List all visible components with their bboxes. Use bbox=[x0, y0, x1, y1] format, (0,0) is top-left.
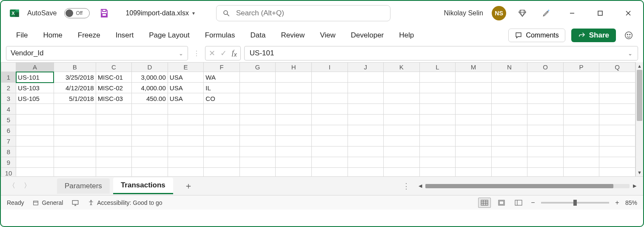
cell[interactable] bbox=[96, 136, 132, 147]
cell[interactable] bbox=[276, 115, 312, 125]
cell[interactable]: 3,000.00 bbox=[132, 72, 168, 83]
comments-button[interactable]: Comments bbox=[508, 29, 565, 42]
row-header[interactable]: 3 bbox=[1, 93, 16, 104]
cell[interactable] bbox=[16, 168, 54, 177]
cell[interactable] bbox=[96, 104, 132, 115]
cell[interactable] bbox=[54, 168, 96, 177]
zoom-out-button[interactable]: − bbox=[529, 199, 537, 207]
cell[interactable] bbox=[16, 125, 54, 136]
cell[interactable] bbox=[204, 125, 240, 136]
cell[interactable] bbox=[384, 168, 420, 177]
cell[interactable] bbox=[204, 115, 240, 125]
fx-icon[interactable]: fx bbox=[232, 49, 237, 58]
cell[interactable] bbox=[311, 83, 348, 93]
cell[interactable] bbox=[348, 104, 384, 115]
cell[interactable] bbox=[239, 104, 276, 115]
cell[interactable] bbox=[54, 147, 96, 157]
cell[interactable] bbox=[276, 125, 312, 136]
cell[interactable] bbox=[456, 93, 492, 104]
cell[interactable] bbox=[276, 168, 312, 177]
col-header[interactable]: E bbox=[168, 63, 204, 72]
cell[interactable] bbox=[384, 93, 420, 104]
cell[interactable] bbox=[311, 168, 348, 177]
cell[interactable]: USA bbox=[168, 83, 204, 93]
tab-developer[interactable]: Developer bbox=[343, 28, 392, 43]
cell[interactable] bbox=[239, 147, 276, 157]
display-settings-icon[interactable] bbox=[71, 199, 79, 207]
cell[interactable] bbox=[384, 104, 420, 115]
cell[interactable] bbox=[563, 72, 599, 83]
scroll-left-icon[interactable]: ◀ bbox=[417, 183, 424, 189]
pen-sparkle-icon[interactable] bbox=[539, 6, 554, 21]
cell[interactable] bbox=[348, 72, 384, 83]
sheet-options-icon[interactable]: ⋮ bbox=[400, 181, 413, 191]
cell[interactable] bbox=[563, 157, 599, 168]
cell[interactable] bbox=[599, 104, 635, 115]
cell[interactable] bbox=[276, 104, 312, 115]
cell[interactable] bbox=[419, 168, 456, 177]
cell[interactable] bbox=[491, 125, 527, 136]
cell[interactable] bbox=[456, 115, 492, 125]
scroll-right-icon[interactable]: ▶ bbox=[631, 183, 638, 189]
close-button[interactable] bbox=[618, 6, 638, 21]
cell[interactable] bbox=[132, 104, 168, 115]
cell[interactable] bbox=[204, 168, 240, 177]
cell[interactable] bbox=[599, 125, 635, 136]
row-header[interactable]: 10 bbox=[1, 168, 16, 177]
col-header[interactable]: D bbox=[132, 63, 168, 72]
tab-freeze[interactable]: Freeze bbox=[70, 28, 108, 43]
expand-formula-bar-icon[interactable]: ⌄ bbox=[628, 50, 633, 57]
cell[interactable]: USA bbox=[168, 93, 204, 104]
user-name[interactable]: Nikolay Selin bbox=[444, 9, 483, 17]
scroll-up-icon[interactable]: ▲ bbox=[636, 62, 643, 70]
cell[interactable] bbox=[96, 147, 132, 157]
cell[interactable] bbox=[563, 168, 599, 177]
cell[interactable] bbox=[456, 72, 492, 83]
row-header[interactable]: 7 bbox=[1, 136, 16, 147]
col-header[interactable]: M bbox=[456, 63, 492, 72]
vertical-scrollbar[interactable]: ▲ ▼ bbox=[635, 62, 643, 176]
scrollbar-thumb[interactable] bbox=[425, 184, 613, 188]
tab-home[interactable]: Home bbox=[35, 28, 70, 43]
search-box[interactable]: Search (Alt+Q) bbox=[216, 5, 390, 21]
cell[interactable] bbox=[527, 83, 564, 93]
tab-file[interactable]: File bbox=[9, 28, 35, 43]
grid-main[interactable]: A B C D E F G H I J K L M N O P Q bbox=[1, 62, 635, 176]
cell[interactable] bbox=[239, 168, 276, 177]
cell[interactable] bbox=[168, 104, 204, 115]
cell[interactable] bbox=[419, 115, 456, 125]
cell[interactable] bbox=[599, 168, 635, 177]
cell[interactable] bbox=[527, 147, 564, 157]
sheet-tab-transactions[interactable]: Transactions bbox=[113, 178, 173, 194]
cell[interactable]: MISC-02 bbox=[96, 83, 132, 93]
cell[interactable] bbox=[456, 136, 492, 147]
cell[interactable] bbox=[563, 83, 599, 93]
cell[interactable] bbox=[239, 93, 276, 104]
cell[interactable] bbox=[239, 83, 276, 93]
cell[interactable] bbox=[527, 125, 564, 136]
cell[interactable] bbox=[348, 147, 384, 157]
cell[interactable] bbox=[419, 104, 456, 115]
cell[interactable] bbox=[311, 147, 348, 157]
cell[interactable] bbox=[276, 83, 312, 93]
cell[interactable] bbox=[527, 157, 564, 168]
scrollbar-track[interactable] bbox=[425, 184, 630, 188]
sheet-nav-prev-icon[interactable]: 〈 bbox=[6, 180, 18, 192]
col-header[interactable]: N bbox=[491, 63, 527, 72]
cell[interactable] bbox=[96, 125, 132, 136]
formula-input[interactable]: US-101 ⌄ bbox=[244, 46, 638, 60]
cell[interactable] bbox=[96, 115, 132, 125]
cell[interactable]: US-105 bbox=[16, 93, 54, 104]
cell[interactable]: 4/12/2018 bbox=[54, 83, 96, 93]
cell[interactable] bbox=[16, 115, 54, 125]
cell[interactable]: IL bbox=[204, 83, 240, 93]
cell[interactable] bbox=[348, 125, 384, 136]
cell[interactable] bbox=[168, 147, 204, 157]
cell[interactable] bbox=[527, 115, 564, 125]
cell[interactable] bbox=[527, 136, 564, 147]
cell[interactable] bbox=[384, 83, 420, 93]
cell[interactable] bbox=[527, 104, 564, 115]
cell[interactable] bbox=[54, 104, 96, 115]
view-page-break-icon[interactable] bbox=[512, 198, 525, 208]
col-header[interactable]: J bbox=[348, 63, 384, 72]
